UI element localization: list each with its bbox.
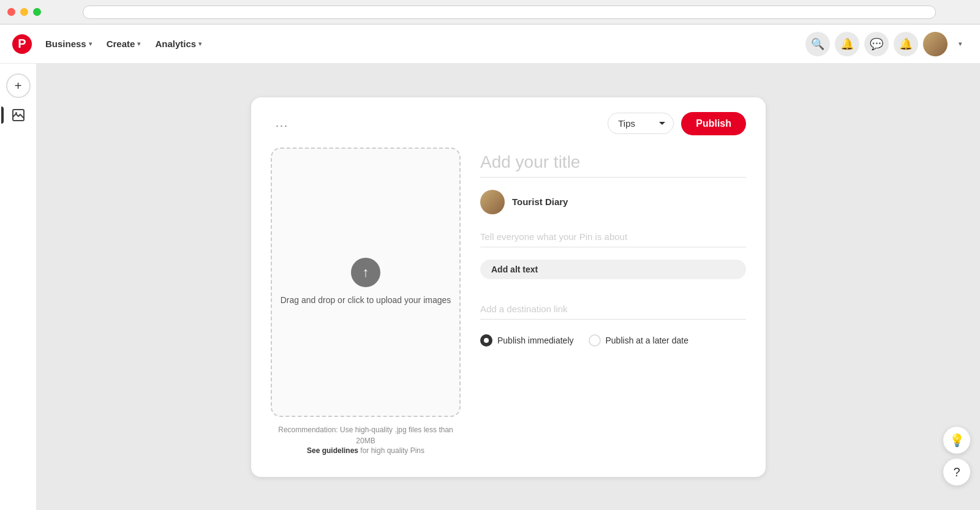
upload-icon-circle: ↑ — [351, 258, 380, 287]
sidebar: + — [0, 64, 37, 510]
center-area: ... Tips Travel Food Fashion Home Publis… — [37, 64, 980, 510]
publish-immediately-label: Publish immediately — [497, 336, 574, 345]
analytics-menu-button[interactable]: Analytics ▾ — [149, 35, 208, 53]
alt-text-label: Add alt text — [491, 264, 538, 274]
description-input[interactable] — [480, 227, 746, 247]
pinterest-logo[interactable]: P — [12, 34, 32, 54]
upload-arrow-icon: ↑ — [363, 264, 369, 280]
create-menu-button[interactable]: Create ▾ — [100, 35, 147, 53]
app: P Business ▾ Create ▾ Analytics ▾ 🔍 🔔 � — [0, 24, 980, 510]
account-row: Tourist Diary — [480, 190, 746, 214]
publish-later-label: Publish at a later date — [606, 336, 688, 345]
traffic-light-red[interactable] — [7, 8, 15, 16]
analytics-chevron-icon: ▾ — [198, 40, 202, 47]
alt-text-button[interactable]: Add alt text — [480, 260, 746, 279]
bell-icon: 🔔 — [840, 37, 854, 51]
account-chevron-button[interactable]: ▾ — [952, 37, 968, 51]
more-icon: ... — [276, 117, 288, 129]
image-view-button[interactable] — [6, 103, 31, 127]
browser-chrome — [0, 0, 980, 24]
main-content: + ... — [0, 64, 980, 510]
guidelines-link[interactable]: See guidelines — [307, 446, 358, 455]
traffic-light-yellow[interactable] — [20, 8, 28, 16]
active-indicator — [1, 107, 4, 124]
account-name: Tourist Diary — [512, 197, 568, 207]
alerts-button[interactable]: 🔔 — [894, 32, 918, 56]
navbar: P Business ▾ Create ▾ Analytics ▾ 🔍 🔔 � — [0, 24, 980, 64]
publish-label: Publish — [696, 118, 731, 129]
board-select[interactable]: Tips Travel Food Fashion Home — [608, 113, 674, 134]
destination-link-input[interactable] — [480, 299, 746, 320]
search-button[interactable]: 🔍 — [805, 32, 830, 56]
business-menu-button[interactable]: Business ▾ — [39, 35, 98, 53]
account-chevron-icon: ▾ — [959, 40, 962, 47]
plus-icon: + — [15, 79, 22, 93]
business-chevron-icon: ▾ — [89, 40, 92, 47]
avatar-image — [923, 32, 948, 56]
upload-bottom: Recommendation: Use high-quality .jpg fi… — [271, 424, 461, 455]
account-avatar — [480, 190, 505, 214]
create-chevron-icon: ▾ — [137, 40, 140, 47]
chat-icon: 💬 — [870, 37, 883, 51]
title-input[interactable] — [480, 148, 746, 178]
pin-creation-card: ... Tips Travel Food Fashion Home Publis… — [251, 97, 766, 477]
publish-later-option[interactable]: Publish at a later date — [589, 334, 688, 347]
messages-button[interactable]: 💬 — [864, 32, 889, 56]
upload-text: Drag and drop or click to upload your im… — [281, 294, 451, 307]
publish-button[interactable]: Publish — [681, 112, 746, 135]
publish-options: Publish immediately Publish at a later d… — [480, 334, 746, 347]
analytics-label: Analytics — [155, 39, 196, 49]
bulb-icon: 💡 — [949, 433, 965, 448]
nav-left: P Business ▾ Create ▾ Analytics ▾ — [12, 34, 208, 54]
publish-later-radio[interactable] — [589, 334, 601, 347]
alert-bell-icon: 🔔 — [899, 37, 913, 51]
help-button[interactable]: ? — [943, 459, 970, 486]
form-section: Tourist Diary Add alt text Publish immed… — [480, 148, 746, 462]
address-bar[interactable] — [83, 6, 936, 19]
publish-immediately-radio[interactable] — [480, 334, 492, 347]
card-header: ... Tips Travel Food Fashion Home Publis… — [271, 112, 746, 135]
question-icon: ? — [953, 465, 960, 479]
avatar[interactable] — [923, 32, 948, 56]
guidelines-text: See guidelines for high quality Pins — [271, 446, 461, 455]
traffic-light-green[interactable] — [33, 8, 41, 16]
more-options-button[interactable]: ... — [271, 114, 293, 132]
image-icon — [11, 108, 26, 122]
search-icon: 🔍 — [811, 37, 824, 51]
help-buttons: 💡 ? — [943, 427, 970, 486]
sidebar-image-item — [6, 103, 31, 127]
card-body: ↑ Drag and drop or click to upload your … — [271, 148, 746, 462]
header-right: Tips Travel Food Fashion Home Publish — [608, 112, 746, 135]
nav-right: 🔍 🔔 💬 🔔 ▾ — [805, 32, 968, 56]
recommendation-text: Recommendation: Use high-quality .jpg fi… — [271, 424, 461, 446]
account-avatar-image — [480, 190, 505, 214]
publish-immediately-option[interactable]: Publish immediately — [480, 334, 574, 347]
upload-area[interactable]: ↑ Drag and drop or click to upload your … — [271, 148, 461, 417]
create-label: Create — [107, 39, 135, 49]
add-pin-button[interactable]: + — [6, 73, 31, 98]
tips-button[interactable]: 💡 — [943, 427, 970, 454]
notifications-button[interactable]: 🔔 — [835, 32, 859, 56]
business-label: Business — [45, 39, 86, 49]
upload-section: ↑ Drag and drop or click to upload your … — [271, 148, 461, 462]
